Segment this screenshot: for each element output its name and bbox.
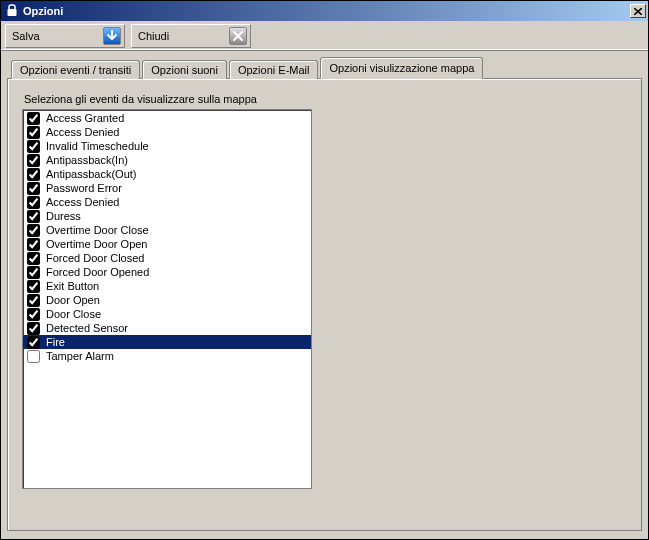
list-item[interactable]: Duress [23, 209, 311, 223]
list-item[interactable]: Access Denied [23, 195, 311, 209]
close-icon [229, 27, 247, 45]
event-listbox[interactable]: Access GrantedAccess DeniedInvalid Times… [22, 109, 312, 489]
event-label: Exit Button [46, 280, 99, 292]
tabstrip: Opzioni eventi / transiti Opzioni suoni … [7, 57, 642, 78]
save-button[interactable]: Salva [5, 24, 125, 48]
tab-panel: Seleziona gli eventi da visualizzare sul… [7, 78, 642, 531]
event-checkbox[interactable] [27, 252, 40, 265]
event-label: Door Close [46, 308, 101, 320]
list-item[interactable]: Password Error [23, 181, 311, 195]
event-label: Tamper Alarm [46, 350, 114, 362]
svg-rect-1 [8, 9, 17, 16]
list-item[interactable]: Antipassback(Out) [23, 167, 311, 181]
event-label: Password Error [46, 182, 122, 194]
event-label: Antipassback(In) [46, 154, 128, 166]
list-item[interactable]: Access Granted [23, 111, 311, 125]
list-item[interactable]: Door Open [23, 293, 311, 307]
event-label: Detected Sensor [46, 322, 128, 334]
tab-sounds[interactable]: Opzioni suoni [142, 60, 227, 79]
list-item[interactable]: Forced Door Opened [23, 265, 311, 279]
event-checkbox[interactable] [27, 280, 40, 293]
event-checkbox[interactable] [27, 182, 40, 195]
content-area: Opzioni eventi / transiti Opzioni suoni … [1, 51, 648, 539]
window-close-button[interactable] [630, 4, 646, 18]
list-item[interactable]: Door Close [23, 307, 311, 321]
event-checkbox[interactable] [27, 112, 40, 125]
list-item[interactable]: Overtime Door Open [23, 237, 311, 251]
event-checkbox[interactable] [27, 154, 40, 167]
event-label: Duress [46, 210, 81, 222]
list-item[interactable]: Detected Sensor [23, 321, 311, 335]
list-item[interactable]: Fire [23, 335, 311, 349]
tab-email[interactable]: Opzioni E-Mail [229, 60, 319, 79]
event-label: Access Denied [46, 126, 119, 138]
save-button-label: Salva [12, 30, 40, 42]
event-label: Fire [46, 336, 65, 348]
window-title: Opzioni [23, 5, 63, 17]
event-checkbox[interactable] [27, 336, 40, 349]
list-item[interactable]: Invalid Timeschedule [23, 139, 311, 153]
list-item[interactable]: Forced Door Closed [23, 251, 311, 265]
panel-label: Seleziona gli eventi da visualizzare sul… [24, 93, 627, 105]
event-checkbox[interactable] [27, 210, 40, 223]
event-checkbox[interactable] [27, 168, 40, 181]
event-checkbox[interactable] [27, 350, 40, 363]
event-label: Forced Door Closed [46, 252, 144, 264]
list-item[interactable]: Overtime Door Close [23, 223, 311, 237]
event-label: Door Open [46, 294, 100, 306]
event-label: Antipassback(Out) [46, 168, 136, 180]
event-checkbox[interactable] [27, 196, 40, 209]
list-item[interactable]: Exit Button [23, 279, 311, 293]
event-label: Access Granted [46, 112, 124, 124]
event-label: Invalid Timeschedule [46, 140, 149, 152]
event-label: Overtime Door Open [46, 238, 147, 250]
event-label: Forced Door Opened [46, 266, 149, 278]
close-button-label: Chiudi [138, 30, 169, 42]
event-checkbox[interactable] [27, 294, 40, 307]
list-item[interactable]: Tamper Alarm [23, 349, 311, 363]
event-checkbox[interactable] [27, 308, 40, 321]
tab-map-display[interactable]: Opzioni visulizzazione mappa [320, 57, 483, 79]
event-checkbox[interactable] [27, 126, 40, 139]
tab-events-transits[interactable]: Opzioni eventi / transiti [11, 60, 140, 79]
event-checkbox[interactable] [27, 238, 40, 251]
list-item[interactable]: Antipassback(In) [23, 153, 311, 167]
list-item[interactable]: Access Denied [23, 125, 311, 139]
event-label: Access Denied [46, 196, 119, 208]
event-checkbox[interactable] [27, 322, 40, 335]
app-icon [5, 4, 19, 18]
titlebar-left: Opzioni [5, 4, 63, 18]
save-icon [103, 27, 121, 45]
toolbar: Salva Chiudi [1, 21, 648, 51]
event-checkbox[interactable] [27, 266, 40, 279]
event-checkbox[interactable] [27, 140, 40, 153]
window: Opzioni Salva Chiudi Opzioni eventi / tr… [0, 0, 649, 540]
event-label: Overtime Door Close [46, 224, 149, 236]
event-checkbox[interactable] [27, 224, 40, 237]
close-button[interactable]: Chiudi [131, 24, 251, 48]
titlebar: Opzioni [1, 1, 648, 21]
